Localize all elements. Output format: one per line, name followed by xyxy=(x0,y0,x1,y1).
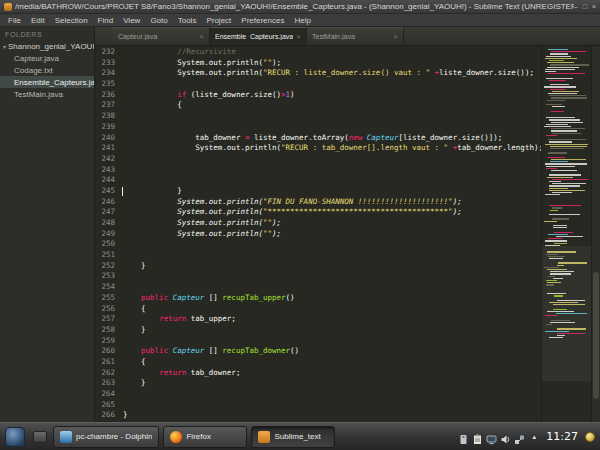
code-line[interactable]: 235 xyxy=(95,79,541,90)
code-line[interactable]: 254 xyxy=(95,282,541,293)
code-line[interactable]: 244 xyxy=(95,175,541,186)
show-desktop-button[interactable] xyxy=(31,426,49,448)
tab-ensemble-capteurs-java[interactable]: Ensemble_Capteurs.java× xyxy=(210,27,307,45)
code-line[interactable]: 245 } xyxy=(95,186,541,197)
code-text: } xyxy=(115,261,146,272)
klipper-icon[interactable] xyxy=(472,431,483,442)
code-line[interactable]: 246 System.out.println("FIN DU FANO-SHAN… xyxy=(95,197,541,208)
line-number: 256 xyxy=(95,304,115,315)
code-line[interactable]: 249 System.out.println(""); xyxy=(95,229,541,240)
minimap-code-line xyxy=(546,254,558,255)
code-line[interactable]: 247 System.out.println("****************… xyxy=(95,207,541,218)
minimap-code-line xyxy=(552,192,572,193)
display-icon[interactable] xyxy=(486,431,497,442)
menu-project[interactable]: Project xyxy=(201,16,236,25)
code-line[interactable]: 240 tab_downer = liste_downer.toArray(ne… xyxy=(95,133,541,144)
minimap-code-line xyxy=(547,269,567,270)
code-line[interactable]: 243 xyxy=(95,165,541,176)
minimap-code-line xyxy=(549,181,560,182)
minimap[interactable] xyxy=(541,46,591,422)
editor: 232 //Recursivite233 System.out.println(… xyxy=(95,46,600,422)
tab-close-icon[interactable]: × xyxy=(296,32,301,41)
panel-cashew-icon[interactable] xyxy=(585,432,595,442)
menu-edit[interactable]: Edit xyxy=(26,16,50,25)
tray-expander-icon[interactable]: ▲ xyxy=(529,434,539,440)
menu-goto[interactable]: Goto xyxy=(145,16,172,25)
minimap-code-line xyxy=(550,271,574,272)
task-sublime-text[interactable]: Sublime_text xyxy=(251,426,335,448)
sidebar-root-folder[interactable]: ▾ Shannon_genial_YAOUH! xyxy=(0,41,94,52)
code-line[interactable]: 232 //Recursivite xyxy=(95,47,541,58)
code-line[interactable]: 250 xyxy=(95,239,541,250)
code-line[interactable]: 248 System.out.println(""); xyxy=(95,218,541,229)
minimize-icon[interactable]: – xyxy=(574,3,578,11)
sidebar-item-capteur-java[interactable]: Capteur.java xyxy=(0,52,94,64)
minimap-code-line xyxy=(545,245,560,246)
menu-view[interactable]: View xyxy=(118,16,145,25)
code-line[interactable]: 234 System.out.println("RECUR : liste_do… xyxy=(95,68,541,79)
close-icon[interactable]: × xyxy=(592,3,596,11)
menu-preferences[interactable]: Preferences xyxy=(236,16,289,25)
code-line[interactable]: 261 { xyxy=(95,357,541,368)
code-line[interactable]: 255 public Capteur [] recupTab_upper() xyxy=(95,293,541,304)
tab-testmain-java[interactable]: TestMain.java× xyxy=(307,27,404,45)
sidebar-item-ensemble-capteurs-java[interactable]: Ensemble_Capteurs.java xyxy=(0,76,94,88)
task-pc-chambre-dolphin[interactable]: pc-chambre - Dolphin xyxy=(53,426,159,448)
code-line[interactable]: 257 return tab_upper; xyxy=(95,314,541,325)
code-line[interactable]: 239 xyxy=(95,122,541,133)
menu-file[interactable]: File xyxy=(3,16,26,25)
volume-icon[interactable] xyxy=(500,431,511,442)
start-menu-button[interactable] xyxy=(3,425,27,449)
minimap-code-line xyxy=(551,130,577,131)
menu-find[interactable]: Find xyxy=(93,16,119,25)
code-line[interactable]: 262 return tab_downer; xyxy=(95,368,541,379)
code-line[interactable]: 260 public Capteur [] recupTab_downer() xyxy=(95,346,541,357)
code-line[interactable]: 242 xyxy=(95,154,541,165)
code-line[interactable]: 258 } xyxy=(95,325,541,336)
menu-tools[interactable]: Tools xyxy=(173,16,202,25)
tab-close-icon[interactable]: × xyxy=(393,32,398,41)
sidebar: FOLDERS ▾ Shannon_genial_YAOUH! Capteur.… xyxy=(0,27,95,422)
root-folder-label: Shannon_genial_YAOUH! xyxy=(8,42,95,51)
clock[interactable]: 11:27 xyxy=(543,430,581,443)
code-line[interactable]: 241 System.out.println("RECUR : tab_down… xyxy=(95,143,541,154)
chevron-down-icon: ▾ xyxy=(3,43,6,50)
code-text: public Capteur [] recupTab_upper() xyxy=(115,293,295,304)
minimap-code-line xyxy=(548,73,585,74)
maximize-icon[interactable]: □ xyxy=(583,3,587,11)
sidebar-item-testmain-java[interactable]: TestMain.java xyxy=(0,88,94,100)
minimap-code-line xyxy=(547,251,577,252)
tab-capteur-java[interactable]: Capteur.java× xyxy=(113,27,210,45)
network-icon[interactable] xyxy=(514,431,525,442)
code-line[interactable]: 238 xyxy=(95,111,541,122)
code-line[interactable]: 236 if (liste_downer.size()>1) xyxy=(95,90,541,101)
code-text xyxy=(115,389,123,400)
device-notifier-icon[interactable] xyxy=(458,431,469,442)
code-area[interactable]: 232 //Recursivite233 System.out.println(… xyxy=(95,46,541,422)
tab-close-icon[interactable]: × xyxy=(199,32,204,41)
scrollbar-thumb[interactable] xyxy=(593,272,599,400)
vertical-scrollbar[interactable] xyxy=(591,46,600,422)
dolphin-icon xyxy=(60,431,72,443)
code-line[interactable]: 253 xyxy=(95,271,541,282)
code-text: { xyxy=(115,100,182,111)
task-firefox[interactable]: Firefox xyxy=(163,426,247,448)
code-line[interactable]: 252 } xyxy=(95,261,541,272)
code-line[interactable]: 259 xyxy=(95,336,541,347)
code-line[interactable]: 256 { xyxy=(95,304,541,315)
minimap-code-line xyxy=(551,122,583,123)
code-line[interactable]: 266} xyxy=(95,410,541,421)
minimap-code-line xyxy=(552,133,582,134)
menu-selection[interactable]: Selection xyxy=(50,16,93,25)
minimap-code-line xyxy=(545,194,560,195)
code-line[interactable]: 263 } xyxy=(95,378,541,389)
code-line[interactable]: 264 xyxy=(95,389,541,400)
sidebar-item-codage-txt[interactable]: Codage.txt xyxy=(0,64,94,76)
menu-help[interactable]: Help xyxy=(289,16,315,25)
code-line[interactable]: 233 System.out.println(""); xyxy=(95,58,541,69)
minimap-code-line xyxy=(549,205,581,206)
code-line[interactable]: 237 { xyxy=(95,100,541,111)
minimap-code-line xyxy=(545,58,577,59)
code-line[interactable]: 251 xyxy=(95,250,541,261)
code-line[interactable]: 265 xyxy=(95,400,541,411)
